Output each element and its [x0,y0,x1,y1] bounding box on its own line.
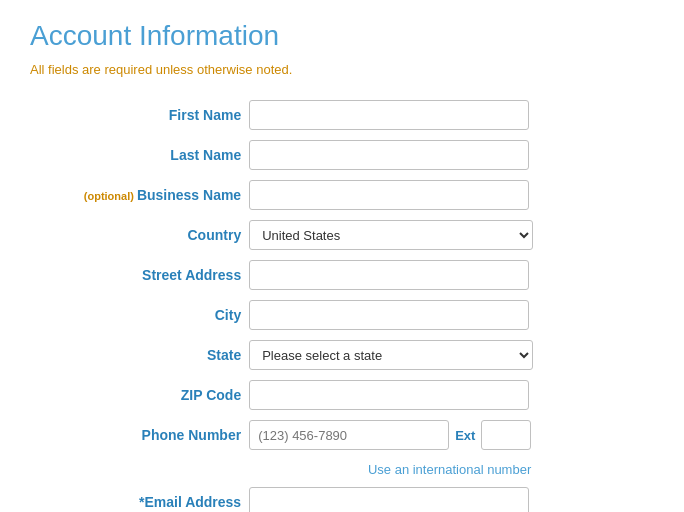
street-address-label: Street Address [142,267,241,283]
page-title: Account Information [30,20,654,52]
street-address-row: Street Address [30,255,654,295]
state-row: State Please select a stateAlabamaAlaska… [30,335,654,375]
optional-tag: (optional) [84,190,134,202]
account-form: First Name Last Name (optional)Business … [30,95,654,512]
email-label: *Email Address [139,494,241,510]
country-select[interactable]: United StatesCanadaUnited KingdomAustral… [249,220,533,250]
country-label: Country [188,227,242,243]
zip-code-label: ZIP Code [181,387,241,403]
first-name-row: First Name [30,95,654,135]
zip-code-row: ZIP Code [30,375,654,415]
email-input[interactable] [249,487,529,512]
first-name-label: First Name [169,107,241,123]
ext-label: Ext [455,428,475,443]
phone-row-container: Ext [249,420,650,450]
zip-code-input[interactable] [249,380,529,410]
ext-input[interactable] [481,420,531,450]
last-name-input[interactable] [249,140,529,170]
phone-input[interactable] [249,420,449,450]
city-input[interactable] [249,300,529,330]
intl-link-row: Use an international number [30,455,654,482]
last-name-label: Last Name [170,147,241,163]
form-subtitle: All fields are required unless otherwise… [30,62,654,77]
city-label: City [215,307,241,323]
state-label: State [207,347,241,363]
first-name-input[interactable] [249,100,529,130]
business-name-label: Business Name [137,187,241,203]
business-name-input[interactable] [249,180,529,210]
email-row: *Email Address [30,482,654,512]
street-address-input[interactable] [249,260,529,290]
last-name-row: Last Name [30,135,654,175]
city-row: City [30,295,654,335]
business-name-row: (optional)Business Name [30,175,654,215]
state-select[interactable]: Please select a stateAlabamaAlaskaArizon… [249,340,533,370]
phone-number-label: Phone Number [142,427,242,443]
intl-number-link[interactable]: Use an international number [249,462,650,477]
phone-number-row: Phone Number Ext [30,415,654,455]
country-row: Country United StatesCanadaUnited Kingdo… [30,215,654,255]
